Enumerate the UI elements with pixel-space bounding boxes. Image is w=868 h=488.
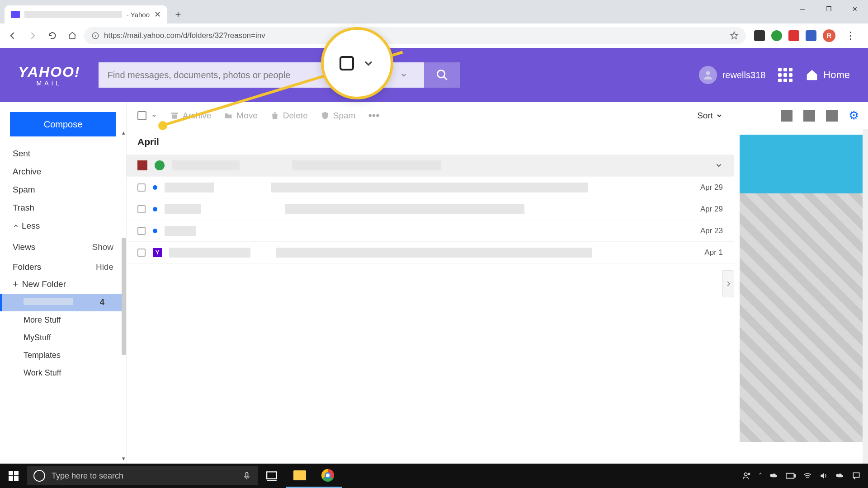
search-icon xyxy=(436,69,448,81)
browser-menu-button[interactable]: ⋮ xyxy=(842,30,859,42)
notepad-icon[interactable] xyxy=(826,110,838,122)
select-all-dropdown[interactable] xyxy=(151,113,157,119)
sidebar-folder[interactable]: Templates xyxy=(0,347,126,364)
bookmark-star-icon[interactable] xyxy=(730,31,739,40)
views-show-toggle[interactable]: Show xyxy=(92,242,113,252)
svg-rect-9 xyxy=(786,474,794,479)
profile-avatar[interactable]: R xyxy=(823,29,835,42)
new-tab-button[interactable]: + xyxy=(170,6,186,23)
site-info-icon xyxy=(91,32,99,40)
svg-rect-4 xyxy=(172,114,177,118)
home-link[interactable]: Home xyxy=(805,68,850,82)
window-minimize-button[interactable]: ─ xyxy=(789,0,816,18)
sidebar-folder[interactable]: MyStuff xyxy=(0,329,126,347)
taskbar-apps xyxy=(258,464,342,488)
ad-panel[interactable] xyxy=(740,135,863,442)
row-checkbox[interactable] xyxy=(137,205,146,213)
sidebar-folder-active[interactable]: 4 xyxy=(0,294,126,311)
row-checkbox[interactable] xyxy=(137,249,146,257)
taskbar-search[interactable]: Type here to search xyxy=(27,466,258,485)
nav-forward-button[interactable] xyxy=(24,28,41,44)
volume-icon[interactable] xyxy=(819,471,828,480)
wifi-icon[interactable] xyxy=(803,471,812,480)
calendar-icon[interactable] xyxy=(803,110,815,122)
next-page-button[interactable] xyxy=(722,270,734,297)
battery-icon[interactable] xyxy=(786,473,796,479)
task-view-button[interactable] xyxy=(258,464,286,488)
url-text: https://mail.yahoo.com/d/folders/32?reas… xyxy=(104,31,725,40)
message-row[interactable]: Apr 29 xyxy=(127,176,734,198)
extension-icon[interactable] xyxy=(754,30,765,41)
window-maximize-button[interactable]: ❐ xyxy=(816,0,842,18)
settings-gear-icon[interactable]: ⚙ xyxy=(849,108,859,122)
contacts-icon[interactable] xyxy=(781,110,793,122)
start-button[interactable] xyxy=(0,464,27,488)
address-bar[interactable]: https://mail.yahoo.com/d/folders/32?reas… xyxy=(84,27,746,44)
row-checkbox[interactable] xyxy=(137,227,146,235)
microphone-icon[interactable] xyxy=(242,471,251,480)
toolbar-spam-button[interactable]: Spam xyxy=(321,111,356,121)
extension-icon[interactable] xyxy=(788,30,799,41)
sidebar-folder[interactable]: Work Stuff xyxy=(0,364,126,382)
unread-dot-icon xyxy=(153,185,157,190)
people-icon[interactable] xyxy=(742,471,751,480)
search-scope-dropdown[interactable] xyxy=(392,71,415,79)
shield-icon xyxy=(321,111,330,120)
views-section-header: Views Show xyxy=(0,235,126,255)
toolbar-move-button[interactable]: Move xyxy=(224,111,257,121)
svg-point-8 xyxy=(748,473,750,474)
message-row[interactable]: Apr 23 xyxy=(127,220,734,241)
tab-close-icon[interactable]: ✕ xyxy=(154,9,161,19)
sidebar-scrollbar[interactable] xyxy=(122,238,126,355)
onedrive-icon[interactable] xyxy=(769,471,778,480)
sidebar-item-sent[interactable]: Sent xyxy=(0,145,126,163)
taskbar-app-chrome[interactable] xyxy=(314,464,342,488)
folders-hide-toggle[interactable]: Hide xyxy=(96,262,113,272)
sidebar-item-spam[interactable]: Spam xyxy=(0,181,126,199)
nav-back-button[interactable] xyxy=(5,28,21,44)
annotation-anchor-dot xyxy=(158,121,167,130)
nav-reload-button[interactable] xyxy=(44,28,61,44)
sidebar-item-trash[interactable]: Trash xyxy=(0,199,126,217)
right-toolbar: ⚙ xyxy=(734,102,868,129)
sidebar-scroll-up-icon[interactable]: ▴ xyxy=(122,129,125,136)
extension-icon[interactable] xyxy=(806,30,816,41)
right-scrollbar[interactable] xyxy=(863,129,868,464)
yahoo-logo[interactable]: YAHOO! MAIL xyxy=(18,64,80,87)
svg-rect-3 xyxy=(171,113,178,114)
toolbar-delete-button[interactable]: Delete xyxy=(270,111,308,121)
message-row[interactable] xyxy=(127,155,734,176)
compose-button[interactable]: Compose xyxy=(10,112,116,136)
message-row[interactable]: Apr 29 xyxy=(127,198,734,220)
cloud-sync-icon[interactable] xyxy=(835,471,844,480)
browser-tab-strip: - Yahoo ✕ + ─ ❐ ✕ xyxy=(0,0,868,23)
row-checkbox[interactable] xyxy=(137,183,146,192)
tab-title-suffix: - Yahoo xyxy=(127,11,150,19)
search-button[interactable] xyxy=(424,62,460,88)
message-row[interactable]: Y Apr 1 xyxy=(127,241,734,263)
browser-tab[interactable]: - Yahoo ✕ xyxy=(5,5,167,23)
select-all-checkbox[interactable] xyxy=(137,111,146,120)
sidebar-collapse-less[interactable]: Less xyxy=(0,217,126,235)
account-menu[interactable]: rewells318 xyxy=(699,66,766,84)
yahoo-header: YAHOO! MAIL rewells318 Home xyxy=(0,48,868,102)
tray-chevron-icon[interactable]: ˄ xyxy=(759,472,762,480)
sender-redacted xyxy=(165,204,201,214)
taskbar-app-explorer[interactable] xyxy=(286,464,314,488)
app-body: Compose Sent Archive Spam Trash Less Vie… xyxy=(0,102,868,464)
archive-icon xyxy=(170,111,179,120)
sidebar-scroll-down-icon[interactable]: ▾ xyxy=(122,455,125,462)
window-close-button[interactable]: ✕ xyxy=(842,0,868,18)
message-date: Apr 29 xyxy=(700,205,723,214)
username-label: rewells318 xyxy=(722,70,766,80)
notifications-icon[interactable] xyxy=(852,471,861,480)
sidebar-item-archive[interactable]: Archive xyxy=(0,163,126,181)
sidebar-folder[interactable]: More Stuff xyxy=(0,311,126,329)
toolbar-more-button[interactable]: ••• xyxy=(368,109,379,122)
apps-launcher-icon[interactable] xyxy=(778,68,793,82)
extension-icon[interactable] xyxy=(771,30,782,41)
nav-home-button[interactable] xyxy=(64,28,80,44)
expand-row-icon[interactable] xyxy=(715,161,723,169)
sort-dropdown[interactable]: Sort xyxy=(697,111,723,121)
new-folder-button[interactable]: +New Folder xyxy=(0,275,126,294)
